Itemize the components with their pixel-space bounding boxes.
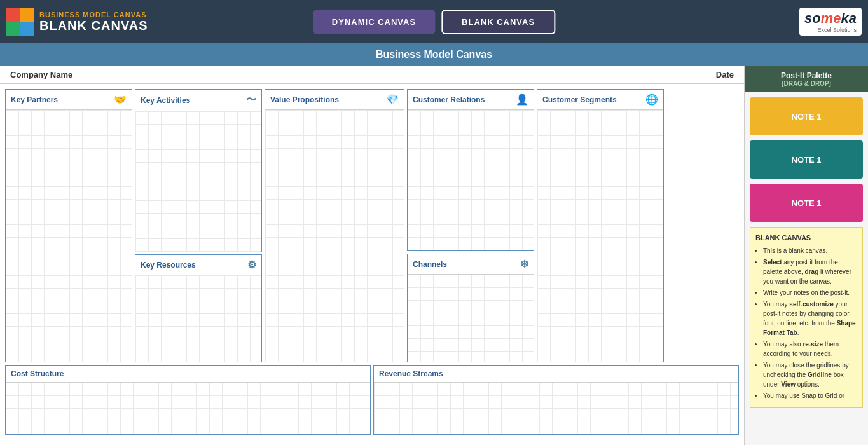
key-partners-header: Key Partners 🤝	[6, 90, 132, 110]
main-wrapper: Company Name Date Key Partners 🤝	[0, 66, 868, 445]
key-activities-header: Key Activities 〜	[135, 90, 261, 111]
customer-relations-section[interactable]: Customer Relations 👤	[407, 89, 534, 251]
info-item-7: You may use Snap to Grid or	[763, 391, 857, 400]
key-partners-section[interactable]: Key Partners 🤝	[5, 89, 132, 362]
diamond-icon: 💎	[386, 93, 399, 106]
page-title: Business Model Canvas	[376, 49, 492, 60]
cost-structure-grid	[6, 383, 370, 434]
post-it-note-1[interactable]: NOTE 1	[750, 97, 863, 135]
key-partners-grid	[6, 110, 132, 362]
someka-logo-area: someka Excel Solutions	[799, 8, 862, 36]
cr-channels-col: Customer Relations 👤 Channels ❄	[407, 89, 534, 362]
header-subtitle: BUSINESS MODEL CANVAS	[39, 11, 148, 18]
handshake-icon: 🤝	[114, 93, 127, 106]
globe-icon: 🌐	[645, 93, 658, 106]
header-title-group: BUSINESS MODEL CANVAS BLANK CANVAS	[39, 11, 148, 33]
value-props-header: Value Propositions 💎	[265, 90, 404, 110]
revenue-streams-grid	[374, 383, 738, 434]
customer-segments-header: Customer Segments 🌐	[537, 90, 663, 110]
info-item-6: You may close the gridlines by uncheckin…	[763, 360, 857, 389]
person-icon: 👤	[516, 93, 528, 106]
canvas-grid: Key Partners 🤝 Key Activities 〜	[0, 84, 744, 440]
channels-grid	[408, 275, 534, 362]
revenue-streams-header: Revenue Streams	[374, 366, 738, 383]
header-nav: DYNAMIC CANVAS BLANK CANVAS	[313, 10, 555, 34]
key-resources-header: Key Resources ⚙	[135, 255, 261, 275]
post-it-note-2[interactable]: NOTE 1	[750, 140, 863, 179]
info-box: BLANK CANVAS This is a blank canvas. Sel…	[750, 227, 863, 408]
channels-label: Channels	[413, 260, 447, 269]
channels-header: Channels ❄	[408, 254, 534, 275]
key-resources-label: Key Resources	[141, 261, 196, 270]
right-sidebar: Post-It Palette [DRAG & DROP] NOTE 1 NOT…	[744, 66, 868, 445]
revenue-streams-section[interactable]: Revenue Streams	[373, 365, 739, 435]
info-item-4: You may self-customize your post-it note…	[763, 299, 857, 338]
sidebar-header: Post-It Palette [DRAG & DROP]	[745, 66, 868, 92]
customer-relations-header: Customer Relations 👤	[408, 90, 534, 110]
value-propositions-section[interactable]: Value Propositions 💎	[265, 89, 404, 362]
date-label: Date	[716, 70, 734, 79]
company-name-label: Company Name	[10, 70, 72, 79]
someka-tagline: Excel Solutions	[804, 27, 857, 33]
activities-resources-col: Key Activities 〜 Key Resources ⚙	[135, 89, 262, 362]
resources-icon: ⚙	[247, 259, 256, 271]
channels-section[interactable]: Channels ❄	[407, 254, 534, 362]
key-partners-label: Key Partners	[11, 95, 58, 104]
info-item-2: Select any post-it from the palette abov…	[763, 257, 857, 286]
key-resources-grid	[135, 275, 261, 362]
cost-structure-section[interactable]: Cost Structure	[5, 365, 371, 435]
customer-segments-label: Customer Segments	[542, 95, 617, 104]
info-item-5: You may also re-size them according to y…	[763, 339, 857, 359]
key-activities-label: Key Activities	[141, 96, 190, 105]
value-props-label: Value Propositions	[270, 95, 339, 104]
palette-subtitle: [DRAG & DROP]	[750, 80, 863, 87]
cost-structure-label: Cost Structure	[11, 369, 64, 378]
info-item-1: This is a blank canvas.	[763, 246, 857, 256]
post-it-note-3[interactable]: NOTE 1	[750, 184, 863, 222]
canvas-header: Company Name Date	[0, 66, 744, 84]
dynamic-canvas-button[interactable]: DYNAMIC CANVAS	[313, 10, 435, 34]
info-item-3: Write your notes on the post-it.	[763, 288, 857, 298]
key-activities-section[interactable]: Key Activities 〜	[135, 89, 262, 252]
key-activities-grid	[135, 111, 261, 252]
customer-relations-grid	[408, 110, 534, 250]
value-props-grid	[265, 110, 404, 362]
blank-canvas-button[interactable]: BLANK CANVAS	[441, 10, 555, 34]
logo-icon	[6, 8, 34, 36]
key-resources-section[interactable]: Key Resources ⚙	[135, 254, 262, 362]
canvas-top-row: Key Partners 🤝 Key Activities 〜	[5, 89, 739, 362]
channels-icon: ❄	[520, 258, 528, 270]
header-title: BLANK CANVAS	[39, 18, 148, 33]
customer-relations-label: Customer Relations	[413, 95, 485, 104]
brand-logo: BUSINESS MODEL CANVAS BLANK CANVAS	[6, 8, 148, 36]
canvas-area[interactable]: Company Name Date Key Partners 🤝	[0, 66, 744, 445]
customer-segments-section[interactable]: Customer Segments 🌐	[537, 89, 664, 362]
cost-structure-header: Cost Structure	[6, 366, 370, 383]
palette-title: Post-It Palette	[750, 71, 863, 80]
info-box-title: BLANK CANVAS	[755, 233, 857, 243]
header: BUSINESS MODEL CANVAS BLANK CANVAS DYNAM…	[0, 0, 868, 43]
revenue-streams-label: Revenue Streams	[379, 369, 443, 378]
page-title-bar: Business Model Canvas	[0, 43, 868, 66]
customer-segments-grid	[537, 110, 663, 362]
info-list: This is a blank canvas. Select any post-…	[755, 246, 857, 400]
activity-icon: 〜	[246, 93, 256, 107]
canvas-bottom-row: Cost Structure Revenue Streams	[5, 365, 739, 435]
